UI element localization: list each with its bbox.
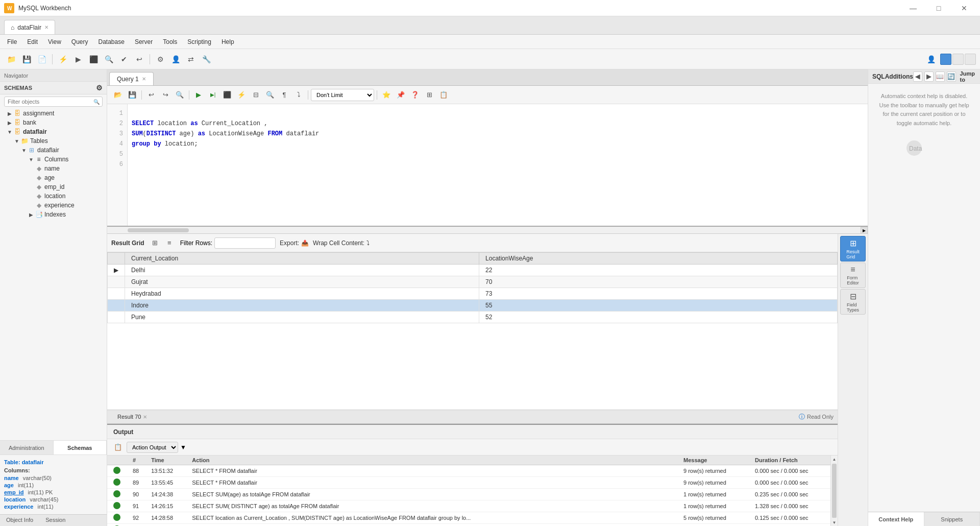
snippets-btn[interactable]: 📌	[394, 88, 407, 102]
editor-scrollbar[interactable]: ▶	[107, 227, 868, 234]
col-name[interactable]: ◆ name	[0, 164, 107, 173]
scroll-up-btn[interactable]: ▲	[831, 456, 838, 463]
explain-btn[interactable]: 🔍	[102, 52, 116, 66]
find-btn[interactable]: 🔍	[263, 88, 277, 102]
schema-dataflair[interactable]: ▼ 🗄 dataflair	[0, 127, 107, 136]
table-dataflair[interactable]: ▼ ⊞ dataflair	[0, 146, 107, 155]
tables-folder[interactable]: ▼ 📁 Tables	[0, 136, 107, 146]
results-table-wrap[interactable]: Current_Location LocationWiseAge ▶ Delhi…	[107, 252, 838, 410]
output-row[interactable]: 93 14:29:25 SELECT location as Current_L…	[107, 524, 830, 527]
context-btn[interactable]: 📋	[437, 88, 450, 102]
table-row[interactable]: Indore 55	[108, 300, 838, 312]
schema-assignment[interactable]: ▶ 🗄 assignment	[0, 109, 107, 118]
output-row[interactable]: 92 14:28:58 SELECT location as Current_L…	[107, 512, 830, 524]
open-file-btn[interactable]: 📂	[111, 88, 125, 102]
query-tab-close[interactable]: ✕	[142, 76, 146, 82]
result-grid-btn[interactable]: ⊞ ResultGrid	[840, 236, 866, 261]
execute-btn[interactable]: ▶	[71, 52, 85, 66]
grid-view-btn[interactable]: ⊞	[149, 236, 162, 250]
query-tab-1[interactable]: Query 1 ✕	[109, 72, 154, 85]
table-row[interactable]: Heydrabad 73	[108, 288, 838, 300]
cell-age[interactable]: 70	[479, 276, 838, 288]
minimize-button[interactable]: —	[901, 0, 925, 16]
scroll-down-btn[interactable]: ▼	[831, 519, 838, 526]
explain-btn[interactable]: ⚡	[235, 88, 248, 102]
action-output-select[interactable]: Action Output	[127, 442, 178, 453]
wrap-cell-btn[interactable]: Wrap Cell Content: ⤵	[313, 240, 370, 247]
scroll-thumb[interactable]	[832, 464, 837, 518]
format-btn[interactable]: ⊟	[249, 88, 262, 102]
filter-input[interactable]	[4, 97, 103, 107]
col-age[interactable]: ◆ age	[0, 173, 107, 182]
output-scrollbar[interactable]: ▲ ▼	[830, 456, 838, 526]
tab-close-icon[interactable]: ✕	[44, 25, 48, 30]
col-experience[interactable]: ◆ experience	[0, 201, 107, 210]
search-replace-btn[interactable]: 🔍	[173, 88, 186, 102]
schema-bank[interactable]: ▶ 🗄 bank	[0, 118, 107, 127]
manual-help-btn[interactable]: 📖	[936, 71, 945, 82]
hscroll-thumb[interactable]	[128, 228, 189, 232]
menu-file[interactable]: File	[2, 36, 22, 48]
menu-server[interactable]: Server	[130, 36, 158, 48]
migration-btn[interactable]: ⇄	[184, 52, 198, 66]
menu-edit[interactable]: Edit	[22, 36, 43, 48]
copy-output-btn[interactable]: 📋	[111, 441, 125, 454]
maximize-button[interactable]: □	[927, 0, 950, 16]
col-location[interactable]: ◆ location	[0, 192, 107, 201]
profile-btn[interactable]: 👤	[924, 52, 938, 66]
save-btn[interactable]: 💾	[19, 52, 34, 66]
schema-btn[interactable]: ⚙	[153, 52, 167, 66]
layout-1-btn[interactable]	[940, 54, 951, 65]
columns-folder[interactable]: ▼ ≡ Columns	[0, 155, 107, 164]
rollback-btn[interactable]: ↩	[132, 52, 146, 66]
favorites-btn[interactable]: ⭐	[380, 88, 393, 102]
menu-tools[interactable]: Tools	[158, 36, 182, 48]
sql-code-area[interactable]: SELECT location as Current_Location , SU…	[128, 104, 868, 226]
scroll-right-btn[interactable]: ▶	[861, 227, 868, 234]
filter-rows-input[interactable]	[214, 237, 276, 249]
help-btn[interactable]: ❓	[408, 88, 422, 102]
tab-administration[interactable]: Administration	[0, 441, 54, 455]
layout-2-btn[interactable]	[952, 54, 964, 65]
menu-query[interactable]: Query	[66, 36, 93, 48]
stop-execute-btn[interactable]: ⬛	[220, 88, 234, 102]
tab-session[interactable]: Session	[39, 515, 71, 525]
users-btn[interactable]: 👤	[168, 52, 183, 66]
auto-help-btn[interactable]: 🔄	[947, 71, 956, 82]
cell-age[interactable]: 52	[479, 312, 838, 323]
stop-btn[interactable]: ⬛	[86, 52, 101, 66]
cell-location[interactable]: Gujrat	[125, 276, 479, 288]
result-tab-1[interactable]: Result 70 ✕	[111, 413, 153, 421]
cell-age[interactable]: 22	[479, 265, 838, 276]
menu-view[interactable]: View	[43, 36, 66, 48]
col-age-header[interactable]: LocationWiseAge	[479, 253, 838, 265]
execute-current-btn[interactable]: ▶|	[206, 88, 219, 102]
nav-back-btn[interactable]: ◀	[913, 71, 922, 82]
cell-location[interactable]: Pune	[125, 312, 479, 323]
invisible-chars-btn[interactable]: ¶	[278, 88, 291, 102]
table-row[interactable]: Pune 52	[108, 312, 838, 323]
menu-scripting[interactable]: Scripting	[182, 36, 216, 48]
word-wrap-btn[interactable]: ⤵	[292, 88, 305, 102]
cell-age[interactable]: 55	[479, 300, 838, 312]
table-row[interactable]: Gujrat 70	[108, 276, 838, 288]
output-row[interactable]: 90 14:24:38 SELECT SUM(age) as totalAge …	[107, 489, 830, 500]
limit-select[interactable]: Don't Limit Limit to 1000 rows	[311, 89, 374, 101]
result-tab-close-icon[interactable]: ✕	[143, 414, 147, 420]
form-view-btn[interactable]: ≡	[163, 236, 176, 250]
output-row[interactable]: 88 13:51:32 SELECT * FROM dataflair 9 ro…	[107, 465, 830, 477]
snippets-tab[interactable]: Snippets	[924, 512, 981, 526]
col-empid[interactable]: ◆ emp_id	[0, 182, 107, 192]
cell-location[interactable]: Delhi	[125, 265, 479, 276]
execute-all-btn[interactable]: ▶	[192, 88, 205, 102]
output-row[interactable]: 89 13:55:45 SELECT * FROM dataflair 9 ro…	[107, 477, 830, 489]
output-row[interactable]: 91 14:26:15 SELECT SUM( DISTINCT age) as…	[107, 500, 830, 512]
properties-btn[interactable]: ⊞	[423, 88, 436, 102]
tab-object-info[interactable]: Object Info	[0, 515, 39, 525]
undo-btn[interactable]: ↩	[144, 88, 158, 102]
cell-location[interactable]: Heydrabad	[125, 288, 479, 300]
cell-location[interactable]: Indore	[125, 300, 479, 312]
layout-3-btn[interactable]	[965, 54, 976, 65]
form-editor-btn[interactable]: ≡ FormEditor	[840, 262, 866, 288]
table-row[interactable]: ▶ Delhi 22	[108, 265, 838, 276]
